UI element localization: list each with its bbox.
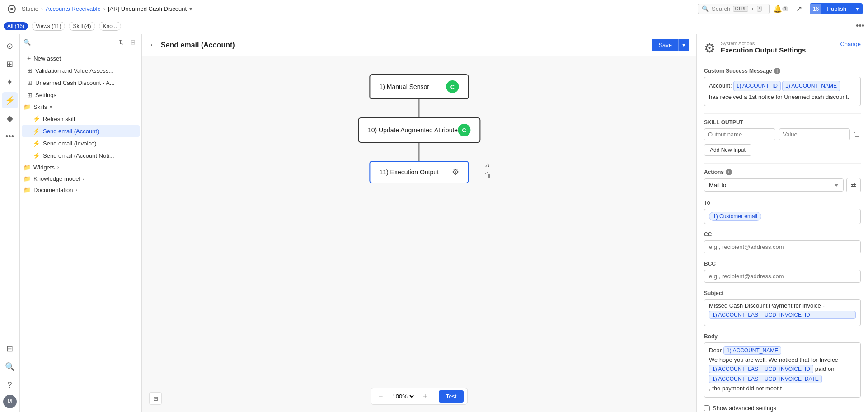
node-execution-output[interactable]: 11) Execution Output ⚙ 𝐴 🗑	[370, 161, 469, 183]
delete-output-icon[interactable]: 🗑	[854, 130, 861, 138]
body-dear-text: Dear	[709, 347, 722, 354]
add-new-input-button[interactable]: Add New Input	[704, 144, 751, 156]
panel-change-button[interactable]: Change	[840, 41, 861, 47]
sidebar-item-send-email-invoice[interactable]: ⚡ Send email (Invoice)	[22, 137, 140, 149]
kbd-ctrl: CTRL	[733, 6, 748, 12]
workflow-icon[interactable]: ⚡	[2, 92, 18, 108]
sidebar-group-widgets[interactable]: 📁 Widgets ›	[20, 162, 141, 173]
breadcrumb-studio[interactable]: Studio	[22, 5, 38, 12]
more-options-icon[interactable]: •••	[856, 21, 864, 31]
canvas-nodes: 1) Manual Sensor C 10) Update Augmented …	[358, 74, 480, 183]
sliders-icon[interactable]: ⊟	[2, 341, 18, 357]
search-panel-icon[interactable]: 🔍	[2, 359, 18, 375]
right-panel: ⚙ System Actions Execution Output Settin…	[696, 34, 868, 412]
success-msg-text-1: Account:	[709, 81, 732, 91]
tab-all[interactable]: All (16)	[4, 22, 28, 30]
subject-tag[interactable]: 1) ACCOUNT_LAST_UCD_INVOICE_ID	[709, 311, 856, 319]
success-msg-tag-account-id[interactable]: 1) ACCOUNT_ID	[733, 81, 781, 91]
test-button[interactable]: Test	[439, 390, 464, 403]
sidebar-group-documentation[interactable]: 📁 Documentation ›	[20, 184, 141, 196]
connector-1	[419, 99, 420, 117]
body-line-4: 1) ACCOUNT_LAST_UCD_INVOICE_DATE , the p…	[709, 375, 856, 392]
icon-panel-bottom: ⊟ 🔍 ? M	[2, 341, 18, 408]
bcc-input[interactable]	[704, 270, 861, 283]
diamond-icon[interactable]: ◆	[2, 110, 18, 126]
subject-text: Missed Cash Discount Payment for Invoice…	[709, 302, 856, 309]
knowledge-group-label: Knowledge model	[33, 175, 80, 182]
tab-kno[interactable]: Kno...	[99, 22, 121, 31]
documentation-chevron-icon: ›	[75, 187, 77, 192]
node-11-gear-icon[interactable]: ⚙	[452, 167, 459, 177]
star-icon[interactable]: ✦	[2, 74, 18, 90]
subject-box[interactable]: Missed Cash Discount Payment for Invoice…	[704, 299, 861, 326]
publish-button[interactable]: 16 Publish ▾	[810, 3, 863, 14]
sort-icon[interactable]: ⇅	[116, 37, 126, 47]
node-manual-sensor[interactable]: 1) Manual Sensor C	[370, 74, 469, 99]
breadcrumb-dropdown-icon[interactable]: ▾	[189, 5, 192, 12]
sidebar-new-asset[interactable]: + New asset	[22, 52, 140, 64]
output-name-input[interactable]	[704, 128, 775, 140]
filter-icon[interactable]: ⊟	[128, 37, 138, 47]
help-icon[interactable]: ?	[2, 377, 18, 393]
cc-input[interactable]	[704, 240, 861, 253]
sidebar-item-send-email-noti[interactable]: ⚡ Send email (Account Noti...	[22, 150, 140, 161]
swap-icon[interactable]: ⇄	[846, 178, 861, 192]
show-advanced-checkbox-row[interactable]: Show advanced settings	[704, 405, 861, 412]
grid-icon[interactable]: ⊞	[2, 56, 18, 72]
search-label: Search	[712, 5, 730, 12]
tab-skill[interactable]: Skill (4)	[69, 22, 95, 31]
node-1-badge: C	[446, 80, 459, 93]
home-icon[interactable]: ⊙	[2, 38, 18, 54]
success-msg-tag-account-name[interactable]: 1) ACCOUNT_NAME	[782, 81, 840, 91]
studio-logo[interactable]	[5, 3, 18, 15]
output-value-input[interactable]	[779, 128, 850, 140]
sidebar-item-refresh[interactable]: ⚡ Refresh skill	[22, 113, 140, 125]
sidebar-skill-label-2: Send email (Account)	[43, 128, 99, 135]
sidebar-item-label-2: Unearned Cash Discount - A...	[35, 80, 115, 86]
sidebar-item-validation[interactable]: ⊞ Validation and Value Assess...	[22, 65, 140, 76]
notification-icon[interactable]: 🔔1	[774, 2, 788, 16]
to-input-box[interactable]: 1) Customer email	[704, 209, 861, 224]
sidebar-item-send-email-account[interactable]: ⚡ Send email (Account)	[22, 125, 140, 137]
sidebar-item-label-3: Settings	[35, 92, 56, 98]
zoom-in-button[interactable]: +	[419, 390, 432, 403]
dots-icon[interactable]: •••	[2, 128, 18, 145]
body-box[interactable]: Dear 1) ACCOUNT_NAME , We hope you are w…	[704, 342, 861, 398]
save-button[interactable]: Save ▾	[652, 39, 689, 51]
show-advanced-checkbox[interactable]	[704, 405, 710, 411]
skill-output-label: SKILL OUTPUT	[704, 119, 861, 126]
success-msg-info-icon[interactable]: i	[774, 68, 780, 74]
zoom-out-button[interactable]: −	[375, 390, 387, 403]
canvas-body[interactable]: 1) Manual Sensor C 10) Update Augmented …	[142, 56, 696, 412]
breadcrumb-ar[interactable]: Accounts Receivable	[46, 5, 100, 12]
sidebar-group-skills[interactable]: 📁 Skills ▾	[20, 101, 141, 112]
sidebar-item-unearned[interactable]: ⊞ Unearned Cash Discount - A...	[22, 77, 140, 89]
panel-title: Execution Output Settings	[721, 46, 835, 54]
tab-views[interactable]: Views (11)	[32, 22, 65, 31]
node-delete-icon[interactable]: 🗑	[484, 171, 492, 179]
body-invoice-tag[interactable]: 1) ACCOUNT_LAST_UCD_INVOICE_ID	[709, 365, 813, 373]
node-update-augmented[interactable]: 10) Update Augmented Attribute C	[358, 117, 480, 143]
body-dear-tag[interactable]: 1) ACCOUNT_NAME	[723, 346, 781, 355]
body-date-tag[interactable]: 1) ACCOUNT_LAST_UCD_INVOICE_DATE	[709, 375, 822, 383]
success-msg-box[interactable]: Account: 1) ACCOUNT_ID 1) ACCOUNT_NAME h…	[704, 77, 861, 106]
actions-info-icon[interactable]: i	[726, 169, 732, 175]
map-toggle-button[interactable]: ⊟	[149, 392, 162, 405]
zoom-select[interactable]: 100% 75% 50% 125% 150%	[391, 393, 415, 400]
skill-output-row: 🗑	[704, 128, 861, 140]
sidebar-group-knowledge[interactable]: 📁 Knowledge model ›	[20, 173, 141, 184]
skill-icon-1: ⚡	[33, 115, 40, 122]
divider-1	[704, 113, 861, 114]
breadcrumb: Studio › Accounts Receivable › [AR] Unea…	[22, 5, 192, 12]
back-button[interactable]: ←	[149, 40, 157, 50]
knowledge-folder-icon: 📁	[23, 175, 31, 182]
actions-select[interactable]: Mail to Send SMS Webhook	[704, 178, 844, 192]
widgets-group-label: Widgets	[33, 164, 55, 171]
share-icon[interactable]: ↗	[792, 2, 806, 16]
avatar[interactable]: M	[3, 395, 17, 408]
search-box[interactable]: 🔍 Search CTRL + /	[698, 4, 770, 14]
sidebar-item-settings[interactable]: ⊞ Settings	[22, 89, 140, 101]
sidebar-search-input[interactable]	[33, 39, 114, 46]
node-text-action-icon[interactable]: 𝐴	[486, 161, 490, 169]
to-tag-chip[interactable]: 1) Customer email	[709, 212, 761, 221]
